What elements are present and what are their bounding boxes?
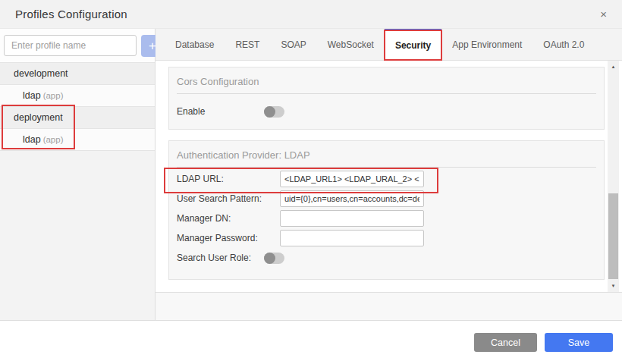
- profiles-configuration-dialog: Profiles Configuration × + development l…: [0, 0, 622, 364]
- user-search-pattern-input[interactable]: [280, 190, 424, 207]
- app-suffix: (app): [43, 91, 64, 100]
- profile-list: development ldap(app) deployment ldap(ap…: [0, 62, 155, 151]
- ldap-url-input[interactable]: [280, 171, 424, 187]
- close-icon[interactable]: ×: [600, 8, 607, 20]
- tab-bar: Database REST SOAP WebSocket Security Ap…: [156, 29, 622, 61]
- manager-password-row: Manager Password:: [169, 230, 604, 246]
- manager-dn-input[interactable]: [280, 210, 424, 227]
- ldap-authentication-card: Authentication Provider: LDAP LDAP URL: …: [168, 140, 605, 280]
- cancel-button[interactable]: Cancel: [474, 333, 537, 352]
- manager-dn-row: Manager DN:: [169, 210, 604, 227]
- dialog-header: Profiles Configuration ×: [0, 0, 622, 29]
- cors-section-title: Cors Configuration: [169, 67, 604, 93]
- tab-database[interactable]: Database: [165, 29, 225, 60]
- ldap-url-label: LDAP URL:: [177, 174, 280, 184]
- manager-password-label: Manager Password:: [177, 233, 280, 243]
- app-label: ldap: [23, 90, 41, 101]
- section-divider: [177, 93, 596, 94]
- vertical-scrollbar[interactable]: ▲ ▼: [608, 61, 619, 292]
- ldap-section-title: Authentication Provider: LDAP: [169, 141, 604, 167]
- main-panel: Database REST SOAP WebSocket Security Ap…: [156, 29, 622, 320]
- save-button[interactable]: Save: [545, 333, 613, 352]
- dialog-title: Profiles Configuration: [15, 8, 127, 20]
- tab-rest[interactable]: REST: [225, 29, 270, 60]
- ldap-url-row: LDAP URL:: [169, 171, 604, 187]
- manager-password-input[interactable]: [280, 230, 424, 246]
- scrollbar-thumb[interactable]: [608, 193, 618, 279]
- user-search-pattern-row: User Search Pattern:: [169, 190, 604, 207]
- profiles-sidebar: + development ldap(app) deployment ldap(…: [0, 29, 156, 320]
- app-suffix: (app): [43, 135, 64, 144]
- profile-label: deployment: [14, 112, 63, 123]
- scroll-down-icon[interactable]: ▼: [608, 281, 619, 291]
- tab-oauth[interactable]: OAuth 2.0: [532, 29, 595, 60]
- tab-websocket[interactable]: WebSocket: [317, 29, 385, 60]
- profile-label: development: [14, 68, 68, 79]
- section-divider: [177, 167, 596, 168]
- toggle-knob: [264, 253, 275, 264]
- cors-enable-label: Enable: [177, 106, 264, 117]
- manager-dn-label: Manager DN:: [177, 213, 280, 224]
- tab-app-environment[interactable]: App Environment: [441, 29, 532, 60]
- app-label: ldap: [23, 134, 41, 145]
- dialog-footer: Cancel Save: [0, 320, 622, 364]
- add-profile-row: +: [0, 29, 155, 62]
- toggle-knob: [264, 106, 275, 118]
- search-user-role-toggle[interactable]: [264, 253, 284, 264]
- search-user-role-row: Search User Role:: [169, 249, 604, 266]
- content-footer-band: [156, 292, 622, 320]
- cors-enable-row: Enable: [169, 103, 604, 120]
- search-user-role-label: Search User Role:: [177, 253, 264, 263]
- security-tab-content: Cors Configuration Enable Authentication…: [156, 61, 622, 292]
- profile-name-input[interactable]: [4, 35, 137, 56]
- profile-item-deployment-ldap-app[interactable]: ldap(app): [0, 128, 155, 151]
- user-search-pattern-label: User Search Pattern:: [177, 193, 280, 204]
- tab-soap[interactable]: SOAP: [270, 29, 316, 60]
- profile-item-deployment[interactable]: deployment: [0, 106, 155, 128]
- scroll-up-icon[interactable]: ▲: [608, 61, 619, 72]
- tab-security[interactable]: Security: [385, 29, 441, 60]
- profile-item-development-ldap-app[interactable]: ldap(app): [0, 84, 155, 106]
- profile-item-development[interactable]: development: [0, 62, 155, 84]
- cors-configuration-card: Cors Configuration Enable: [168, 67, 605, 130]
- cors-enable-toggle[interactable]: [264, 106, 284, 118]
